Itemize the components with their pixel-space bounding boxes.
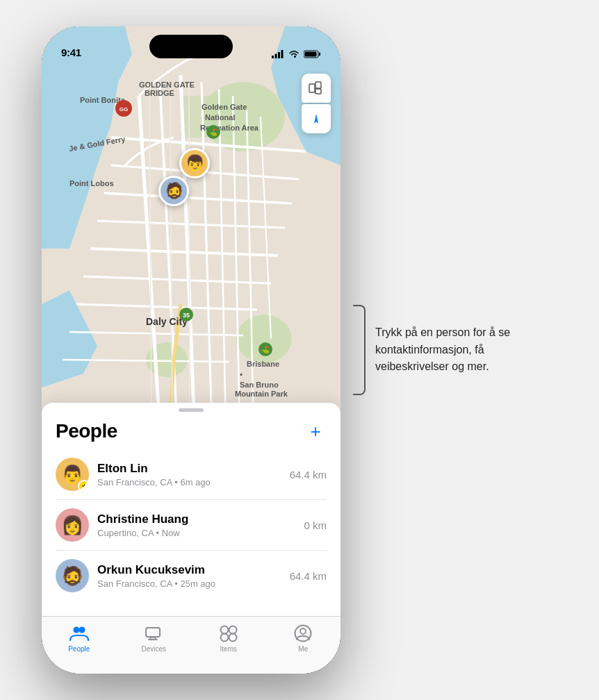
- avatar-0: 👨 ★: [56, 458, 89, 491]
- tab-people-label: People: [68, 645, 90, 653]
- dynamic-island: [149, 35, 233, 58]
- tab-items[interactable]: Items: [208, 624, 249, 653]
- svg-text:⛳: ⛳: [209, 128, 218, 137]
- location-button[interactable]: [302, 104, 331, 133]
- svg-line-31: [189, 82, 190, 429]
- person-pin-1[interactable]: 👦: [179, 148, 210, 178]
- star-badge-0: ★: [78, 480, 89, 491]
- phone-screen: 9:41: [42, 26, 340, 674]
- person-row-2[interactable]: 🧔 Orkun Kucuksevim San Francisco, CA • 2…: [56, 551, 327, 601]
- svg-text:BRIDGE: BRIDGE: [145, 89, 174, 97]
- avatar-face-2: 🧔: [56, 559, 89, 592]
- svg-rect-5: [319, 53, 320, 56]
- tab-devices-label: Devices: [141, 645, 166, 653]
- svg-rect-6: [305, 52, 317, 57]
- svg-rect-54: [315, 82, 321, 88]
- tab-devices[interactable]: Devices: [133, 624, 174, 653]
- person-distance-0: 64.4 km: [290, 469, 327, 481]
- svg-text:⛳: ⛳: [261, 345, 270, 354]
- svg-rect-55: [315, 89, 321, 94]
- map-container[interactable]: Je & Gold Ferry Point Bonita Point Lobos…: [42, 26, 340, 429]
- person-location-1: Cupertino, CA • Now: [97, 528, 304, 538]
- status-time: 9:41: [61, 47, 81, 58]
- annotation-bracket: [353, 305, 366, 395]
- phone-wrapper: 9:41: [0, 0, 599, 700]
- person-pin-2[interactable]: 🧔: [158, 176, 189, 206]
- person-name-1: Christine Huang: [97, 512, 304, 526]
- person-distance-1: 0 km: [304, 519, 327, 531]
- avatar-2: 🧔: [56, 559, 89, 592]
- svg-text:GOLDEN GATE: GOLDEN GATE: [139, 81, 195, 89]
- svg-point-64: [229, 634, 236, 642]
- svg-text:Brisbane: Brisbane: [247, 360, 279, 368]
- person-location-0: San Francisco, CA • 6m ago: [97, 477, 290, 488]
- add-person-button[interactable]: +: [304, 420, 327, 442]
- items-tab-icon: [219, 624, 238, 643]
- svg-rect-2: [278, 52, 280, 58]
- annotation-text-wrapper: Trykk på en person for å se kontaktinfor…: [375, 324, 521, 376]
- svg-rect-0: [272, 56, 274, 58]
- svg-rect-3: [281, 50, 284, 58]
- signal-icon: [272, 50, 284, 58]
- svg-text:Point Lobos: Point Lobos: [69, 179, 114, 188]
- phone-device: 9:41: [42, 26, 340, 674]
- tab-me[interactable]: Me: [282, 624, 324, 653]
- svg-text:Golden Gate: Golden Gate: [202, 103, 247, 111]
- svg-text:35: 35: [183, 312, 190, 319]
- svg-point-66: [300, 628, 306, 634]
- person-info-2: Orkun Kucuksevim San Francisco, CA • 25m…: [97, 563, 290, 589]
- svg-point-63: [220, 634, 228, 642]
- person-info-0: Elton Lin San Francisco, CA • 6m ago: [97, 462, 290, 488]
- annotation-container: Trykk på en person for å se kontaktinfor…: [353, 305, 521, 395]
- person-pin-face-1: 👦: [181, 150, 208, 176]
- map-buttons: [302, 74, 331, 133]
- devices-tab-icon: [144, 624, 163, 643]
- svg-point-56: [73, 627, 79, 633]
- me-tab-icon: [293, 624, 313, 643]
- person-info-1: Christine Huang Cupertino, CA • Now: [97, 512, 304, 538]
- svg-rect-1: [275, 54, 277, 59]
- wifi-icon: [288, 50, 300, 58]
- svg-text:National: National: [205, 113, 235, 122]
- people-list: 👨 ★ Elton Lin San Francisco, CA • 6m ago: [42, 449, 340, 601]
- tab-me-label: Me: [298, 645, 308, 653]
- bottom-panel: People + 👨 ★ Elton Lin San Francisco: [42, 403, 340, 674]
- svg-text:GG: GG: [120, 106, 128, 112]
- person-pin-face-2: 🧔: [161, 178, 187, 204]
- person-distance-2: 64.4 km: [290, 570, 327, 582]
- person-name-2: Orkun Kucuksevim: [97, 563, 290, 577]
- person-row-1[interactable]: 👩 Christine Huang Cupertino, CA • Now 0 …: [56, 500, 327, 551]
- tab-items-label: Items: [220, 645, 237, 653]
- panel-title: People: [56, 420, 117, 442]
- avatar-face-1: 👩: [56, 508, 89, 542]
- svg-rect-58: [146, 628, 160, 637]
- status-icons: [272, 50, 321, 58]
- avatar-1: 👩: [56, 508, 89, 542]
- svg-point-10: [146, 342, 188, 377]
- battery-icon: [304, 50, 321, 58]
- person-name-0: Elton Lin: [97, 462, 290, 476]
- person-row-0[interactable]: 👨 ★ Elton Lin San Francisco, CA • 6m ago: [56, 449, 327, 500]
- svg-rect-53: [309, 84, 315, 92]
- annotation-text: Trykk på en person for å se kontaktinfor…: [375, 326, 510, 373]
- svg-point-62: [229, 626, 236, 634]
- map-svg: Je & Gold Ferry Point Bonita Point Lobos…: [42, 26, 340, 429]
- tab-people[interactable]: People: [58, 624, 100, 653]
- svg-text:•: •: [240, 370, 243, 378]
- svg-point-61: [220, 626, 228, 634]
- map-type-button[interactable]: [302, 74, 331, 103]
- svg-text:San Bruno: San Bruno: [240, 381, 279, 389]
- panel-header: People +: [42, 412, 340, 449]
- svg-point-57: [79, 627, 85, 633]
- person-location-2: San Francisco, CA • 25m ago: [97, 578, 290, 589]
- tab-bar: People Devices: [42, 616, 340, 674]
- map-background: Je & Gold Ferry Point Bonita Point Lobos…: [42, 26, 340, 429]
- people-tab-icon: [69, 624, 89, 643]
- svg-text:Mountain Park: Mountain Park: [235, 390, 288, 398]
